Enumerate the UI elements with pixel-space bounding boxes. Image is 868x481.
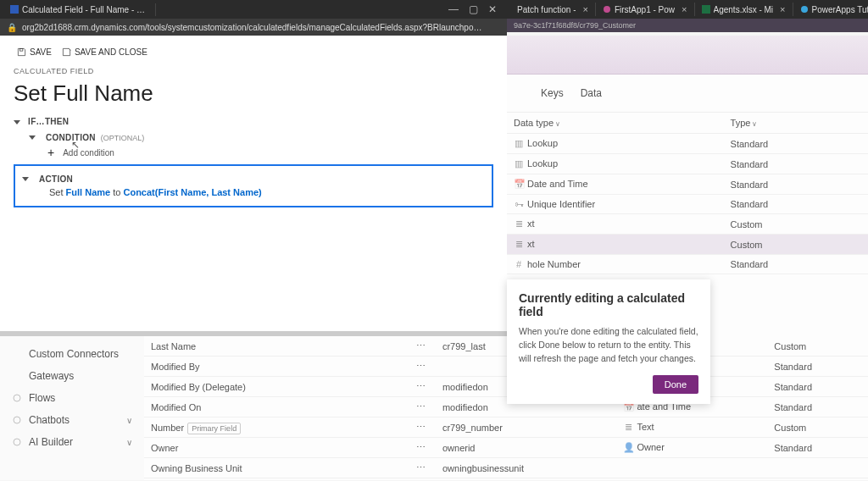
browser-tab[interactable]: Patch function -× xyxy=(510,3,596,16)
datatype-icon: ≣ xyxy=(623,422,633,433)
table-row[interactable]: ▥LookupStandard xyxy=(507,154,868,174)
svg-point-1 xyxy=(604,6,610,13)
datatype-icon: ▥ xyxy=(514,138,524,149)
entity-tabs: Keys Data xyxy=(507,75,868,113)
save-button[interactable]: SAVE xyxy=(14,46,55,58)
if-then-header[interactable]: IF…THEN xyxy=(14,117,493,126)
browser-tab[interactable]: FirstApp1 - Pow× xyxy=(596,3,695,16)
table-row[interactable]: NumberPrimary Field⋯cr799_number≣TextCus… xyxy=(144,417,868,438)
caret-down-icon xyxy=(29,135,36,140)
sidebar-item[interactable]: Flows xyxy=(0,387,144,409)
sidebar-item[interactable]: Chatbots∨ xyxy=(0,409,144,431)
datatype-icon: ▥ xyxy=(514,158,524,169)
browser-tab[interactable]: Agents.xlsx - Mi× xyxy=(695,3,793,16)
tab-title: PowerApps Tut xyxy=(812,5,868,14)
add-condition-button[interactable]: + ↖ Add condition xyxy=(14,146,493,159)
entity-header-strip xyxy=(507,36,868,75)
save-close-icon xyxy=(62,47,71,57)
window-minimize[interactable]: — xyxy=(448,3,459,15)
action-header[interactable]: ACTION xyxy=(39,174,73,184)
save-icon xyxy=(17,47,26,57)
datatype-icon: 👤 xyxy=(623,442,633,453)
row-action-menu[interactable]: ⋯ xyxy=(405,357,436,377)
row-action-menu[interactable]: ⋯ xyxy=(405,458,436,478)
row-action-menu[interactable]: ⋯ xyxy=(405,417,436,438)
editor-breadcrumb: CALCULATED FIELD xyxy=(14,67,493,75)
condition-header[interactable]: CONDITION xyxy=(46,133,96,142)
save-and-close-button[interactable]: SAVE AND CLOSE xyxy=(58,46,151,58)
tab-title: Patch function - xyxy=(517,5,576,14)
sidebar-item[interactable]: Gateways xyxy=(0,365,144,387)
column-header-type[interactable]: Type∨ xyxy=(724,113,868,134)
table-row[interactable]: Owner⋯ownerid👤OwnerStandard xyxy=(144,438,868,458)
row-action-menu[interactable]: ⋯ xyxy=(405,377,436,397)
table-row[interactable]: ≣xtCustom xyxy=(507,214,868,235)
editor-toolbar: SAVE SAVE AND CLOSE xyxy=(14,46,493,58)
ai-icon xyxy=(12,437,22,447)
editing-popup: Currently editing a calculated field Whe… xyxy=(507,279,710,404)
window-maximize[interactable]: ▢ xyxy=(469,3,478,15)
browser-tab[interactable]: PowerApps Tut× xyxy=(793,3,868,16)
table-row[interactable]: Last Name⋯cr799_last≣xtCustom xyxy=(144,336,868,357)
secondary-url: 9a7e-3c1f71f68df8/cr799_Customer xyxy=(514,21,636,30)
row-action-menu[interactable]: ⋯ xyxy=(405,438,436,458)
editor-title: Set Full Name xyxy=(14,80,493,107)
datatype-icon: ≣ xyxy=(514,218,524,229)
row-action-menu[interactable]: ⋯ xyxy=(405,336,436,357)
datatype-icon: 📅 xyxy=(514,179,524,190)
sidebar-item-label: Flows xyxy=(29,392,55,404)
tab-data[interactable]: Data xyxy=(581,87,602,99)
optional-label: (OPTIONAL) xyxy=(101,134,145,142)
caret-down-icon xyxy=(22,177,29,181)
sidebar-item[interactable]: Custom Connectors xyxy=(0,343,144,365)
window-controls: — ▢ ✕ xyxy=(442,3,504,15)
tab-title: Calculated Field - Full Name - Microsoft… xyxy=(22,5,148,14)
sidebar-item-label: AI Builder xyxy=(29,436,73,448)
row-action-menu[interactable]: ⋯ xyxy=(405,397,436,417)
tab-close-icon[interactable]: × xyxy=(582,4,587,14)
sidebar-item[interactable]: AI Builder∨ xyxy=(0,431,144,453)
table-row[interactable]: Modified On⋯modifiedon📅ate and TimeStand… xyxy=(144,397,868,417)
table-row[interactable]: #hole NumberStandard xyxy=(507,255,868,274)
tab-keys[interactable]: Keys xyxy=(541,87,564,99)
svg-point-7 xyxy=(14,439,20,445)
table-row[interactable]: 🗝Unique IdentifierStandard xyxy=(507,195,868,214)
tab-close-icon[interactable]: × xyxy=(682,4,687,14)
action-section: ACTION Set Full Name to Concat(First Nam… xyxy=(14,164,493,207)
table-row[interactable]: Owning Business Unit⋯owningbusinessunit xyxy=(144,458,868,478)
done-button[interactable]: Done xyxy=(653,375,698,394)
browser-tab-strip-left: Calculated Field - Full Name - Microsoft… xyxy=(0,0,507,19)
table-row[interactable]: ≣xtCustom xyxy=(507,235,868,255)
caret-down-icon xyxy=(14,120,20,124)
svg-point-5 xyxy=(14,395,20,401)
window-close[interactable]: ✕ xyxy=(488,3,497,15)
table-row[interactable]: Modified By⋯▥ookupStandard xyxy=(144,357,868,377)
columns-table-bottom: Last Name⋯cr799_last≣xtCustomModified By… xyxy=(144,336,868,478)
lock-icon: 🔒 xyxy=(7,23,17,32)
datatype-icon: 🗝 xyxy=(514,199,524,209)
dynamics-icon xyxy=(10,5,19,14)
address-bar[interactable]: 🔒 org2b2d1688.crm.dynamics.com/tools/sys… xyxy=(0,19,507,36)
browser-tab[interactable]: Calculated Field - Full Name - Microsoft… xyxy=(3,3,156,16)
excel-icon xyxy=(702,5,710,14)
column-header-datatype[interactable]: Data type∨ xyxy=(507,113,724,134)
popup-body: When you're done editing the calculated … xyxy=(519,325,698,365)
svg-point-6 xyxy=(14,417,20,423)
flow-icon xyxy=(12,393,22,403)
columns-table-top: Data type∨ Type∨ ▥LookupStandard▥LookupS… xyxy=(507,113,868,274)
save-label: SAVE xyxy=(30,47,52,57)
table-row[interactable]: ▥LookupStandard xyxy=(507,134,868,154)
secondary-address-bar: 9a7e-3c1f71f68df8/cr799_Customer xyxy=(507,19,868,32)
table-row[interactable]: Modified By (Delegate)⋯modifiedon▥ookupS… xyxy=(144,377,868,397)
datatype-icon: ≣ xyxy=(514,239,524,250)
tab-close-icon[interactable]: × xyxy=(780,4,785,14)
plus-icon: + xyxy=(47,146,54,159)
calculated-field-editor: SAVE SAVE AND CLOSE CALCULATED FIELD Set… xyxy=(0,36,507,336)
primary-field-badge: Primary Field xyxy=(187,423,241,434)
browser-tab-strip-right: Patch function -× FirstApp1 - Pow× Agent… xyxy=(507,0,868,19)
sidebar-item-label: Gateways xyxy=(29,370,74,382)
add-condition-label: Add condition xyxy=(63,148,114,158)
action-expression[interactable]: Set Full Name to Concat(First Name, Last… xyxy=(15,187,492,197)
table-row[interactable]: 📅Date and TimeStandard xyxy=(507,174,868,195)
powerapps-icon xyxy=(800,5,809,14)
